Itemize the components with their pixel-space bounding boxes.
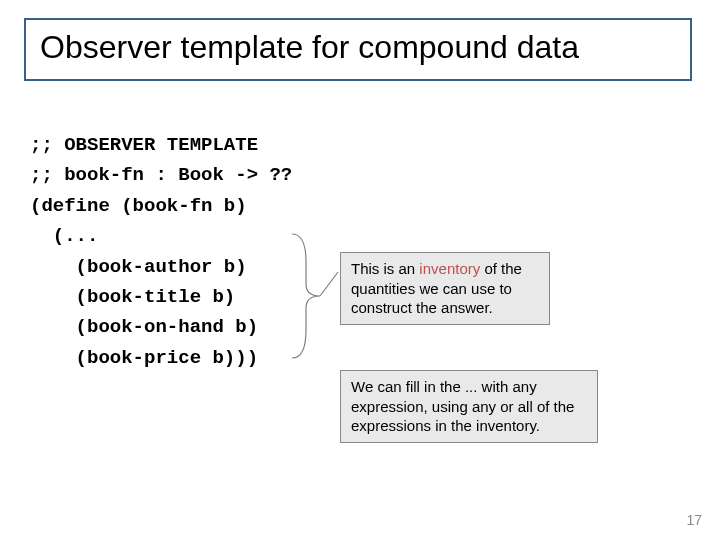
note-text: This is an xyxy=(351,260,419,277)
code-line: (book-price b))) xyxy=(30,347,258,369)
title-box: Observer template for compound data xyxy=(24,18,692,81)
svg-line-0 xyxy=(320,272,338,296)
note-fill-in: We can fill in the ... with any expressi… xyxy=(340,370,598,443)
code-line: (book-on-hand b) xyxy=(30,316,258,338)
code-line: (book-author b) xyxy=(30,256,247,278)
page-number: 17 xyxy=(686,512,702,528)
slide-title: Observer template for compound data xyxy=(40,30,676,65)
note-text: We can fill in the ... with any expressi… xyxy=(351,378,574,434)
bracket-icon xyxy=(282,232,340,360)
code-line: (define (book-fn b) xyxy=(30,195,247,217)
code-line: (... xyxy=(30,225,98,247)
code-line: ;; book-fn : Book -> ?? xyxy=(30,164,292,186)
code-block: ;; OBSERVER TEMPLATE ;; book-fn : Book -… xyxy=(30,130,292,373)
note-inventory: This is an inventory of the quantities w… xyxy=(340,252,550,325)
code-line: (book-title b) xyxy=(30,286,235,308)
note-highlight: inventory xyxy=(419,260,480,277)
code-line: ;; OBSERVER TEMPLATE xyxy=(30,134,258,156)
